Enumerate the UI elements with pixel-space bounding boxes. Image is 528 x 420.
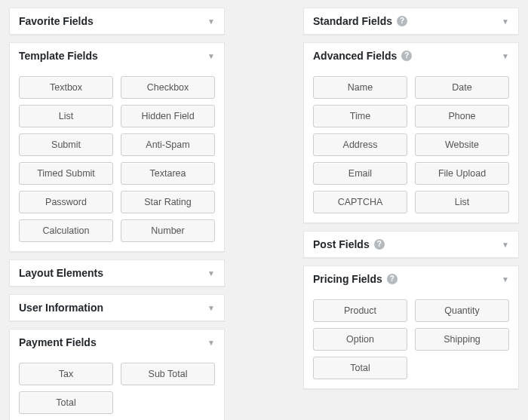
panel-title-text: User Information	[19, 302, 103, 314]
field-button[interactable]: Address	[313, 133, 407, 156]
panel-title-text: Standard Fields	[313, 15, 392, 27]
panel-advanced: Advanced Fields?▼NameDateTimePhoneAddres…	[303, 42, 519, 223]
panel-title: Template Fields	[19, 50, 98, 62]
field-button[interactable]: Phone	[415, 105, 509, 127]
field-button[interactable]: Anti-Spam	[121, 133, 215, 156]
field-button[interactable]: Timed Submit	[19, 162, 113, 185]
field-button[interactable]: Tax	[19, 363, 113, 385]
field-button[interactable]: Calculation	[19, 219, 113, 242]
panel-header-template[interactable]: Template Fields▼	[10, 43, 224, 69]
panel-body: ProductQuantityOptionShippingTotal	[304, 292, 518, 388]
field-palette: Favorite Fields▼Template Fields▼TextboxC…	[0, 0, 528, 420]
panel-standard: Standard Fields?▼	[303, 8, 519, 35]
panel-pricing: Pricing Fields?▼ProductQuantityOptionShi…	[303, 265, 519, 389]
panel-body: NameDateTimePhoneAddressWebsiteEmailFile…	[304, 69, 518, 222]
field-button[interactable]: Hidden Field	[121, 105, 215, 127]
field-button[interactable]: Product	[313, 299, 407, 322]
panel-userinfo: User Information▼	[9, 294, 225, 321]
chevron-down-icon[interactable]: ▼	[207, 339, 215, 347]
panel-title-text: Pricing Fields	[313, 273, 382, 285]
field-button[interactable]: Date	[415, 76, 509, 99]
panel-favorite: Favorite Fields▼	[9, 8, 225, 35]
panel-title-text: Post Fields	[313, 238, 370, 250]
panel-header-post[interactable]: Post Fields?▼	[304, 231, 518, 257]
field-button[interactable]: File Upload	[415, 162, 509, 185]
field-button[interactable]: Time	[313, 105, 407, 127]
field-button[interactable]: Quantity	[415, 299, 509, 322]
help-icon[interactable]: ?	[374, 239, 385, 250]
chevron-down-icon[interactable]: ▼	[207, 269, 215, 277]
panel-payment: Payment Fields▼TaxSub TotalTotal	[9, 329, 225, 420]
chevron-down-icon[interactable]: ▼	[207, 304, 215, 312]
help-icon[interactable]: ?	[397, 16, 407, 26]
help-icon[interactable]: ?	[401, 51, 412, 61]
field-button[interactable]: Textarea	[121, 162, 215, 185]
field-button[interactable]: CAPTCHA	[313, 191, 407, 213]
panel-post: Post Fields?▼	[303, 231, 519, 258]
panel-header-favorite[interactable]: Favorite Fields▼	[10, 8, 224, 34]
panel-title: Post Fields?	[313, 238, 385, 250]
field-button[interactable]: Submit	[19, 133, 113, 156]
field-button[interactable]: Star Rating	[121, 191, 215, 213]
panel-layout: Layout Elements▼	[9, 259, 225, 287]
field-button[interactable]: Email	[313, 162, 407, 185]
panel-title: Layout Elements	[19, 267, 103, 279]
panel-header-layout[interactable]: Layout Elements▼	[10, 260, 224, 286]
field-button[interactable]: Website	[415, 133, 509, 156]
panel-header-payment[interactable]: Payment Fields▼	[10, 330, 224, 355]
field-button[interactable]: Sub Total	[121, 363, 215, 385]
panel-body: TextboxCheckboxListHidden FieldSubmitAnt…	[10, 69, 224, 251]
panel-header-pricing[interactable]: Pricing Fields?▼	[304, 266, 518, 292]
panel-title: Favorite Fields	[19, 15, 94, 27]
field-button[interactable]: List	[415, 191, 509, 213]
left-column: Favorite Fields▼Template Fields▼TextboxC…	[9, 0, 225, 420]
panel-title: Standard Fields?	[313, 15, 407, 27]
field-button[interactable]: Total	[19, 391, 113, 414]
chevron-down-icon[interactable]: ▼	[207, 52, 215, 60]
chevron-down-icon[interactable]: ▼	[502, 241, 509, 249]
panel-title: User Information	[19, 302, 103, 314]
field-button[interactable]: Total	[313, 357, 407, 379]
chevron-down-icon[interactable]: ▼	[502, 275, 509, 284]
panel-title-text: Advanced Fields	[313, 50, 397, 62]
panel-title-text: Favorite Fields	[19, 15, 94, 27]
field-button[interactable]: Password	[19, 191, 113, 213]
panel-title-text: Layout Elements	[19, 267, 103, 279]
field-button[interactable]: Checkbox	[121, 76, 215, 99]
field-button[interactable]: Textbox	[19, 76, 113, 99]
panel-header-advanced[interactable]: Advanced Fields?▼	[304, 43, 518, 69]
field-button[interactable]: Number	[121, 219, 215, 242]
field-button[interactable]: List	[19, 105, 113, 127]
chevron-down-icon[interactable]: ▼	[502, 52, 509, 60]
help-icon[interactable]: ?	[387, 274, 398, 284]
chevron-down-icon[interactable]: ▼	[207, 17, 215, 26]
panel-title: Advanced Fields?	[313, 50, 412, 62]
chevron-down-icon[interactable]: ▼	[502, 17, 509, 26]
panel-template: Template Fields▼TextboxCheckboxListHidde…	[9, 42, 225, 252]
right-column: Standard Fields?▼Advanced Fields?▼NameDa…	[303, 0, 519, 420]
panel-title: Payment Fields	[19, 336, 97, 348]
panel-title-text: Template Fields	[19, 50, 98, 62]
field-button[interactable]: Shipping	[415, 328, 509, 351]
panel-title-text: Payment Fields	[19, 336, 97, 348]
panel-header-userinfo[interactable]: User Information▼	[10, 295, 224, 320]
panel-header-standard[interactable]: Standard Fields?▼	[304, 8, 518, 34]
field-button[interactable]: Option	[313, 328, 407, 351]
panel-body: TaxSub TotalTotal	[10, 355, 224, 420]
field-button[interactable]: Name	[313, 76, 407, 99]
panel-title: Pricing Fields?	[313, 273, 398, 285]
